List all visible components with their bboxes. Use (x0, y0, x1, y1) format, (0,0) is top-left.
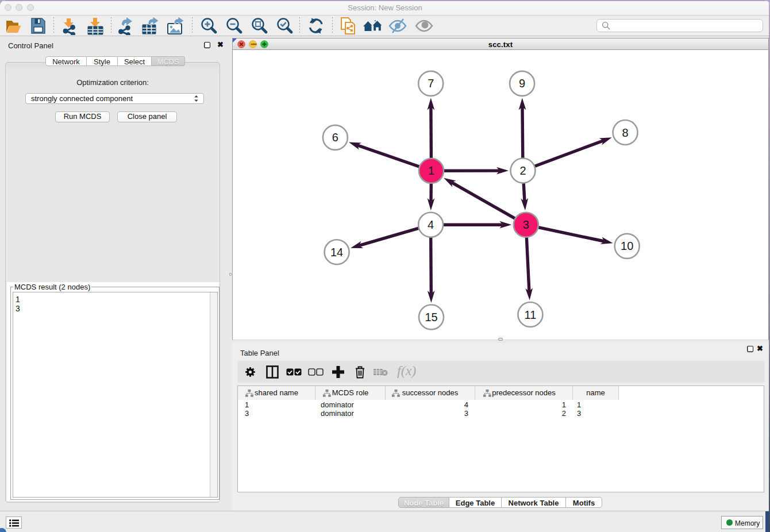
svg-text:15: 15 (425, 311, 437, 323)
svg-text:1: 1 (428, 164, 434, 177)
svg-text:10: 10 (621, 240, 633, 252)
svg-text:2: 2 (519, 164, 526, 177)
svg-text:7: 7 (428, 77, 434, 90)
svg-text:3: 3 (523, 218, 529, 231)
svg-text:14: 14 (330, 246, 343, 259)
svg-text:8: 8 (622, 126, 629, 139)
svg-text:11: 11 (525, 309, 537, 321)
svg-text:9: 9 (519, 77, 525, 90)
svg-text:4: 4 (428, 218, 434, 231)
svg-text:6: 6 (332, 131, 338, 144)
